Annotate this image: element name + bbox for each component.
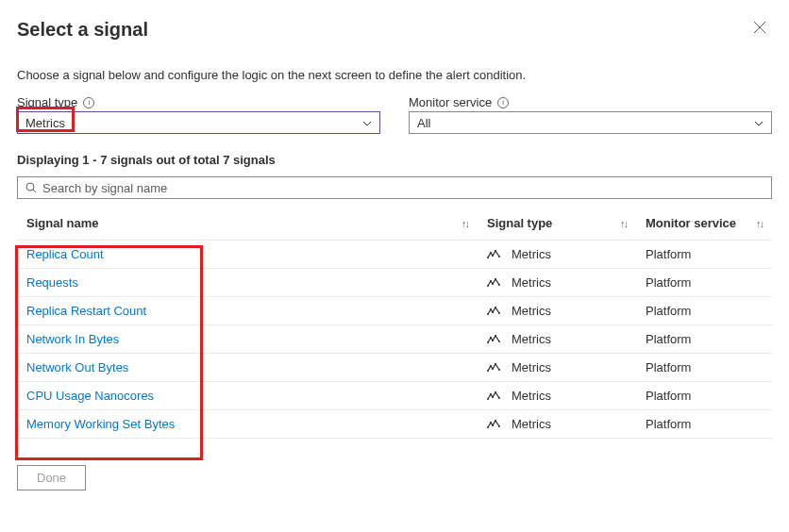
signal-name-link[interactable]: CPU Usage Nanocores [26,389,487,403]
signal-type-value: Metrics [512,332,551,346]
signal-service-value: Platform [646,247,763,261]
svg-point-8 [492,283,494,285]
signal-type-value: Metrics [512,360,551,374]
column-header-name[interactable]: Signal name ↑↓ [26,216,487,230]
svg-point-3 [492,255,494,257]
table-row: Replica CountMetricsPlatform [17,241,772,269]
column-header-service-label: Monitor service [646,216,736,230]
signal-type-value: Metrics [25,116,65,130]
svg-point-14 [495,307,496,308]
svg-point-2 [490,252,492,254]
close-icon[interactable] [747,17,772,42]
page-title: Select a signal [17,19,148,41]
table-row: Memory Working Set BytesMetricsPlatform [17,410,772,439]
svg-point-11 [487,313,489,315]
svg-point-9 [495,278,496,280]
svg-point-13 [492,311,494,313]
metrics-icon [487,335,500,344]
metrics-icon [487,391,500,401]
signal-name-link[interactable]: Network In Bytes [26,332,487,346]
svg-point-32 [490,422,492,424]
svg-point-4 [495,250,496,252]
signal-service-value: Platform [646,389,763,403]
svg-point-21 [487,370,489,372]
svg-point-15 [498,312,500,314]
svg-point-29 [495,391,496,393]
search-icon [25,182,37,193]
svg-point-28 [492,396,494,398]
svg-point-25 [498,369,500,371]
svg-point-18 [492,340,494,341]
svg-point-34 [495,420,496,422]
signal-type-label: Signal type [17,95,77,109]
column-header-type-label: Signal type [487,216,552,230]
description-text: Choose a signal below and configure the … [17,68,772,82]
info-icon[interactable]: i [83,97,94,108]
table-row: Network Out BytesMetricsPlatform [17,354,772,382]
signal-service-value: Platform [646,360,763,374]
metrics-icon [487,307,500,316]
table-row: CPU Usage NanocoresMetricsPlatform [17,382,772,410]
svg-point-22 [490,365,492,367]
signals-table: Signal name ↑↓ Signal type ↑↓ Monitor se… [17,210,772,439]
svg-point-12 [490,308,492,310]
svg-point-7 [490,280,492,282]
svg-point-19 [495,335,496,337]
table-header: Signal name ↑↓ Signal type ↑↓ Monitor se… [17,210,772,241]
svg-point-33 [492,424,494,426]
search-input[interactable] [42,181,764,195]
svg-point-35 [498,425,500,427]
svg-point-27 [490,393,492,395]
svg-point-6 [487,285,489,287]
svg-point-23 [492,368,494,370]
signal-service-value: Platform [646,304,763,318]
table-row: Replica Restart CountMetricsPlatform [17,297,772,325]
svg-point-17 [490,337,492,339]
signal-type-value: Metrics [512,417,551,431]
monitor-service-value: All [417,116,430,130]
signal-name-link[interactable]: Replica Restart Count [26,304,487,318]
svg-point-26 [487,398,489,400]
signal-type-select[interactable]: Metrics [17,111,380,134]
signal-service-value: Platform [646,332,763,346]
sort-icon: ↑↓ [462,218,468,229]
sort-icon: ↑↓ [620,218,627,229]
svg-point-1 [487,257,489,258]
signal-service-value: Platform [646,275,763,290]
signal-name-link[interactable]: Memory Working Set Bytes [26,417,487,431]
column-header-name-label: Signal name [26,216,99,230]
metrics-icon [487,278,500,288]
signal-type-value: Metrics [512,389,551,403]
signal-name-link[interactable]: Network Out Bytes [26,360,487,374]
signal-name-link[interactable]: Requests [26,275,487,290]
svg-point-16 [487,341,489,343]
signal-type-value: Metrics [512,247,551,261]
table-row: RequestsMetricsPlatform [17,269,772,297]
metrics-icon [487,420,500,429]
signal-service-value: Platform [646,417,763,431]
info-icon[interactable]: i [497,97,509,108]
signal-name-link[interactable]: Replica Count [26,247,487,261]
signal-type-value: Metrics [512,275,551,290]
sort-icon: ↑↓ [756,218,763,229]
chevron-down-icon [754,118,764,128]
done-button[interactable]: Done [17,465,86,490]
monitor-service-select[interactable]: All [409,111,772,134]
svg-point-10 [498,284,500,286]
chevron-down-icon [362,118,372,128]
svg-point-20 [498,341,500,342]
svg-point-0 [26,183,34,191]
column-header-type[interactable]: Signal type ↑↓ [487,216,646,230]
metrics-icon [487,250,500,259]
metrics-icon [487,363,500,373]
svg-point-31 [487,426,489,428]
search-input-wrapper[interactable] [17,176,772,199]
signal-type-value: Metrics [512,304,551,318]
column-header-service[interactable]: Monitor service ↑↓ [646,216,763,230]
svg-point-5 [498,256,500,258]
table-row: Network In BytesMetricsPlatform [17,325,772,354]
svg-point-30 [498,397,500,399]
svg-point-24 [495,363,496,365]
result-summary: Displaying 1 - 7 signals out of total 7 … [17,153,772,167]
monitor-service-label: Monitor service [409,95,492,109]
